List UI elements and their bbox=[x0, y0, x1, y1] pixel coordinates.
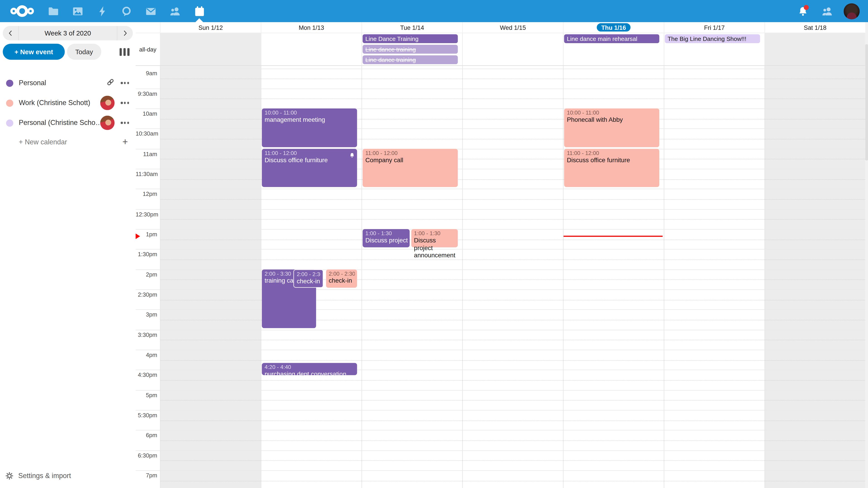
time-slot[interactable] bbox=[563, 430, 664, 450]
time-slot[interactable] bbox=[765, 410, 865, 430]
day-header[interactable]: Fri 1/17 bbox=[664, 22, 765, 33]
notifications-bell-icon[interactable] bbox=[793, 0, 813, 22]
time-slot[interactable] bbox=[765, 430, 865, 450]
day-header[interactable]: Mon 1/13 bbox=[260, 22, 362, 33]
calendar-icon[interactable] bbox=[187, 0, 212, 22]
time-slot[interactable] bbox=[463, 350, 563, 370]
all-day-event[interactable]: Line dance main rehearsal bbox=[564, 34, 659, 43]
time-slot[interactable] bbox=[362, 430, 462, 450]
day-column[interactable]: 10:00 - 11:00Phonecall with Abby11:00 - … bbox=[563, 66, 664, 488]
time-slot[interactable] bbox=[362, 289, 462, 310]
time-slot[interactable] bbox=[463, 390, 563, 410]
time-slot[interactable] bbox=[463, 129, 563, 149]
event[interactable]: 4:20 - 4:40purchasing dept conversation bbox=[262, 363, 357, 375]
time-slot[interactable] bbox=[765, 129, 865, 149]
all-day-cell[interactable] bbox=[260, 33, 362, 65]
day-column[interactable] bbox=[462, 66, 563, 488]
time-slot[interactable] bbox=[765, 330, 865, 350]
time-slot[interactable] bbox=[362, 410, 462, 430]
event[interactable]: 2:00 - 2:30check-in bbox=[326, 269, 357, 288]
time-slot[interactable] bbox=[463, 68, 563, 88]
time-slot[interactable] bbox=[463, 88, 563, 108]
all-day-cell[interactable]: The Big Line Dancing Show!!! bbox=[664, 33, 765, 65]
time-slot[interactable] bbox=[160, 229, 260, 249]
settings-import-button[interactable]: Settings & import bbox=[0, 464, 135, 488]
time-slot[interactable] bbox=[463, 430, 563, 450]
scrollbar[interactable] bbox=[865, 22, 868, 488]
time-slot[interactable] bbox=[463, 310, 563, 330]
new-event-button[interactable]: + New event bbox=[3, 43, 65, 60]
time-slot[interactable] bbox=[664, 410, 765, 430]
time-slot[interactable] bbox=[664, 108, 765, 129]
time-slot[interactable] bbox=[664, 229, 765, 249]
day-column[interactable]: 11:00 - 12:00Company call1:00 - 1:30Disc… bbox=[362, 66, 462, 488]
time-slot[interactable] bbox=[261, 249, 362, 269]
time-slot[interactable] bbox=[664, 450, 765, 470]
time-slot[interactable] bbox=[463, 229, 563, 249]
event[interactable]: 1:00 - 1:30Discuss project announcement bbox=[411, 229, 458, 248]
calendar-color-dot[interactable] bbox=[6, 79, 13, 87]
time-slot[interactable] bbox=[765, 68, 865, 88]
time-slot[interactable] bbox=[261, 330, 362, 350]
time-slot[interactable] bbox=[664, 68, 765, 88]
time-slot[interactable] bbox=[463, 450, 563, 470]
time-slot[interactable] bbox=[765, 289, 865, 310]
time-slot[interactable] bbox=[664, 330, 765, 350]
all-day-event[interactable]: Line dance training bbox=[363, 45, 458, 54]
all-day-event[interactable]: The Big Line Dancing Show!!! bbox=[665, 34, 760, 43]
event[interactable]: 11:00 - 12:00Discuss office furniture bbox=[262, 149, 357, 187]
time-slot[interactable] bbox=[261, 229, 362, 249]
time-slot[interactable] bbox=[463, 149, 563, 169]
view-columns-icon[interactable] bbox=[120, 48, 129, 56]
time-slot[interactable] bbox=[563, 209, 664, 229]
time-slot[interactable] bbox=[765, 350, 865, 370]
time-slot[interactable] bbox=[160, 450, 260, 470]
time-slot[interactable] bbox=[765, 470, 865, 488]
event[interactable]: 1:00 - 1:30Discuss project announcement bbox=[363, 229, 410, 248]
time-slot[interactable] bbox=[463, 269, 563, 289]
time-slot[interactable] bbox=[563, 269, 664, 289]
calendar-list-item[interactable]: Personal bbox=[0, 73, 135, 93]
day-header[interactable]: Thu 1/16 bbox=[563, 22, 664, 33]
time-slot[interactable] bbox=[261, 470, 362, 488]
time-slot[interactable] bbox=[463, 189, 563, 209]
event[interactable]: 11:00 - 12:00Company call bbox=[363, 149, 458, 187]
time-slot[interactable] bbox=[563, 289, 664, 310]
day-column[interactable]: 10:00 - 11:00management meeting11:00 - 1… bbox=[260, 66, 362, 488]
time-slot[interactable] bbox=[765, 88, 865, 108]
time-slot[interactable] bbox=[563, 249, 664, 269]
day-column[interactable] bbox=[160, 66, 261, 488]
event[interactable]: 2:00 - 2:30check-in bbox=[293, 269, 323, 288]
time-slot[interactable] bbox=[664, 149, 765, 169]
time-slot[interactable] bbox=[664, 370, 765, 390]
time-slot[interactable] bbox=[765, 370, 865, 390]
time-slot[interactable] bbox=[362, 450, 462, 470]
calendar-list-item[interactable]: Work (Christine Schott) bbox=[0, 93, 135, 113]
time-slot[interactable] bbox=[664, 390, 765, 410]
all-day-cell[interactable]: Line Dance TrainingLine dance trainingLi… bbox=[362, 33, 462, 65]
time-slot[interactable] bbox=[664, 350, 765, 370]
time-slot[interactable] bbox=[463, 289, 563, 310]
time-slot[interactable] bbox=[563, 390, 664, 410]
talk-icon[interactable] bbox=[114, 0, 138, 22]
time-slot[interactable] bbox=[160, 370, 260, 390]
files-icon[interactable] bbox=[41, 0, 65, 22]
time-slot[interactable] bbox=[362, 88, 462, 108]
next-week-button[interactable] bbox=[117, 26, 133, 40]
contacts-icon[interactable] bbox=[163, 0, 187, 22]
time-slot[interactable] bbox=[664, 189, 765, 209]
user-avatar[interactable] bbox=[841, 0, 861, 22]
time-slot[interactable] bbox=[563, 330, 664, 350]
more-menu-icon[interactable] bbox=[121, 102, 129, 104]
time-slot[interactable] bbox=[362, 269, 462, 289]
event[interactable]: 10:00 - 11:00Phonecall with Abby bbox=[564, 108, 659, 147]
time-slot[interactable] bbox=[362, 330, 462, 350]
scrollbar-thumb[interactable] bbox=[865, 44, 868, 160]
mail-icon[interactable] bbox=[138, 0, 163, 22]
time-slot[interactable] bbox=[563, 370, 664, 390]
all-day-event[interactable]: Line dance training bbox=[363, 55, 458, 64]
time-slot[interactable] bbox=[463, 209, 563, 229]
previous-week-button[interactable] bbox=[3, 26, 18, 40]
time-slot[interactable] bbox=[261, 390, 362, 410]
time-slot[interactable] bbox=[563, 310, 664, 330]
